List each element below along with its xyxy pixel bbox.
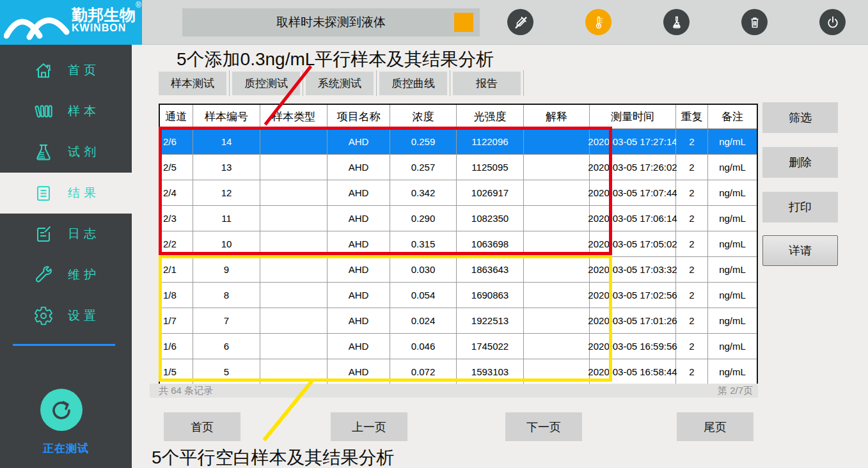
table-cell [524,257,590,283]
refresh-testing-button[interactable] [40,389,83,431]
tab-separator [450,70,450,96]
sidebar-item-log[interactable]: 日志 [0,214,132,254]
table-cell: 1125095 [457,155,524,180]
print-button[interactable]: 打印 [762,192,838,222]
table-row[interactable]: 1/55AHD0.07215931032020-03-05 16:58:442n… [160,359,757,385]
table-footer: 共 64 条记录 第 2/7页 [150,384,758,398]
filter-button[interactable]: 筛选 [762,102,838,133]
first-page-button[interactable]: 首页 [164,412,241,441]
table-cell: 1063698 [457,231,524,257]
table-cell: 1593103 [457,359,524,385]
status-message-bar[interactable]: 取样时未探测到液体 [182,8,480,36]
reagent-flask-icon[interactable] [663,9,690,35]
table-cell: 0.046 [390,334,457,359]
table-cell [524,129,590,155]
table-cell: ng/mL [708,334,757,359]
tab-system-test[interactable]: 系统测试 [306,72,374,95]
table-cell: ng/mL [708,155,757,180]
table-cell: AHD [327,308,390,334]
table-cell: AHD [327,155,390,180]
table-row[interactable]: 2/210AHD0.31510636982020-03-05 17:05:022… [160,231,757,257]
table-row[interactable]: 2/614AHD0.25911220962020-03-05 17:27:142… [160,129,757,155]
table-header-row: 通道 样本编号 样本类型 项目名称 浓度 光强度 解释 测量时间 重复 备注 [160,105,757,129]
table-cell: 2 [676,180,708,206]
details-button[interactable]: 详请 [762,235,838,266]
table-cell [260,180,327,206]
column-header: 解释 [524,105,590,129]
registered-mark: ® [136,1,141,10]
table-row[interactable]: 2/412AHD0.34210269172020-03-05 17:07:442… [160,180,757,206]
table-cell: 0.030 [390,257,457,283]
last-page-button[interactable]: 尾页 [677,412,754,441]
running-status-text: 正在测试 [0,441,132,456]
column-header: 备注 [708,105,757,129]
table-row[interactable]: 1/77AHD0.02419225132020-03-05 17:01:262n… [160,308,757,334]
sampler-disabled-icon[interactable] [507,9,533,35]
table-cell: AHD [327,129,390,155]
table-cell: 0.024 [390,308,457,334]
status-message: 取样时未探测到液体 [276,14,386,31]
table-cell [524,231,590,257]
sidebar-item-reagent[interactable]: 试剂 [0,132,132,173]
sidebar-item-results[interactable]: 结果 [0,173,132,214]
table-row[interactable]: 2/513AHD0.25711250952020-03-05 17:26:022… [160,155,757,180]
table-cell: 2 [676,257,708,283]
sidebar-item-settings[interactable]: 设置 [0,295,132,336]
waste-bin-icon[interactable] [741,9,768,35]
table-cell: 1/6 [160,334,193,359]
table-cell [260,231,327,257]
table-cell: 1863643 [457,257,524,283]
samples-icon [33,101,54,121]
sidebar-nav: 首页 样本 试剂 [0,50,132,336]
table-cell: 8 [193,283,260,308]
prev-page-button[interactable]: 上一页 [331,412,407,441]
table-cell: 1690863 [457,283,524,308]
power-icon[interactable] [819,9,846,35]
sidebar-item-home[interactable]: 首页 [0,50,132,91]
table-cell: 0.259 [390,129,457,155]
table-cell: 2/1 [160,257,193,283]
table-row[interactable]: 1/88AHD0.05416908632020-03-05 17:02:562n… [160,283,757,308]
table-cell: 2020-03-05 16:58:44 [590,359,676,385]
table-cell: 2 [676,283,708,308]
table-cell: 2/2 [160,231,193,257]
column-header: 通道 [160,105,193,129]
column-header: 项目名称 [327,105,390,129]
table-cell: 0.342 [390,180,457,206]
table-row[interactable]: 1/66AHD0.04617450222020-03-05 16:59:562n… [160,334,757,359]
table-cell: 0.315 [390,231,457,257]
sidebar-item-maintenance[interactable]: 维护 [0,254,132,295]
table-cell: 2020-03-05 17:01:26 [590,308,676,334]
table-cell: 12 [193,180,260,206]
table-cell: 2/5 [160,155,193,180]
temperature-icon[interactable] [585,9,612,35]
table-cell: AHD [327,206,390,231]
table-row[interactable]: 2/311AHD0.29010823502020-03-05 17:06:142… [160,206,757,231]
column-header: 重复 [676,105,708,129]
tab-separator [523,70,524,96]
table-cell: 2020-03-05 17:07:44 [590,180,676,206]
table-cell: ng/mL [708,359,757,385]
table-row[interactable]: 2/19AHD0.03018636432020-03-05 17:03:322n… [160,257,757,283]
tab-qc-curve[interactable]: 质控曲线 [379,72,447,95]
home-icon [33,60,54,81]
sidebar-item-label: 结果 [68,185,100,201]
brand-name: 勤邦生物® KWINBON [72,6,141,34]
table-cell [260,308,327,334]
next-page-button[interactable]: 下一页 [505,412,582,441]
tab-separator [376,70,377,96]
table-cell: 2 [676,129,708,155]
table-cell: 5 [193,359,260,385]
table-cell: 1/7 [160,308,193,334]
tab-report[interactable]: 报告 [453,72,521,95]
delete-button[interactable]: 删除 [762,147,838,178]
table-cell: ng/mL [708,206,757,231]
table-cell: 2020-03-05 17:26:02 [590,155,676,180]
table-cell: 1/5 [160,359,193,385]
sidebar-item-samples[interactable]: 样本 [0,91,132,132]
table-body: 2/614AHD0.25911220962020-03-05 17:27:142… [160,129,757,385]
tab-sample-test[interactable]: 样本测试 [159,72,226,95]
logo-arches-icon [4,3,70,42]
table-cell [260,257,327,283]
table-cell: AHD [327,283,390,308]
